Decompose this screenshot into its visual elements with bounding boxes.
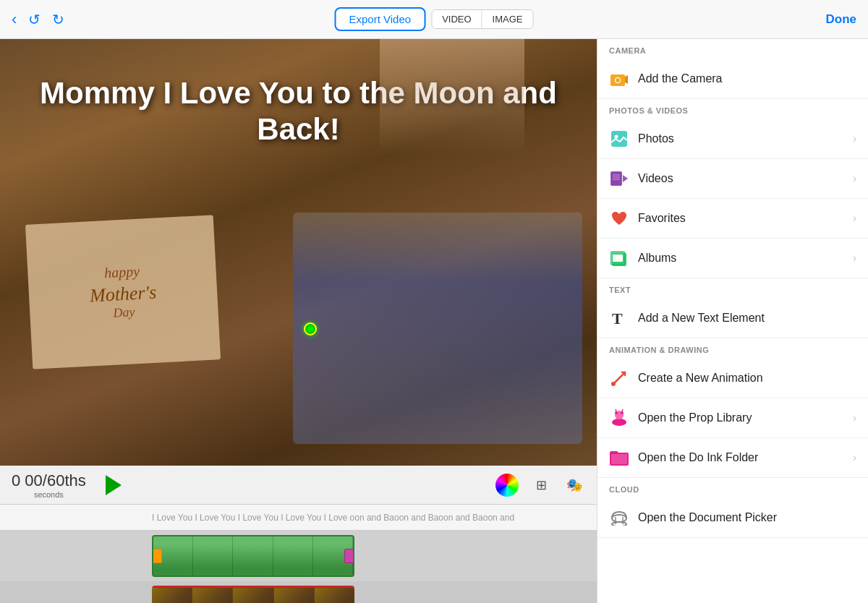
card-text-day: Day bbox=[113, 304, 135, 321]
sidebar-item-add-camera[interactable]: Add the Camera bbox=[597, 59, 868, 98]
sidebar-section-animation-drawing: ANIMATION & DRAWINGCreate a New Animatio… bbox=[597, 338, 868, 478]
sidebar-section-camera: CAMERAAdd the Camera bbox=[597, 39, 868, 99]
photo-frame-1 bbox=[152, 588, 192, 603]
videos-icon bbox=[609, 168, 629, 189]
photo-strip[interactable] bbox=[152, 586, 354, 603]
svg-marker-3 bbox=[625, 75, 628, 84]
track-frame-2 bbox=[193, 536, 233, 576]
video-segment-button[interactable]: VIDEO bbox=[432, 10, 482, 28]
segment-control: VIDEO IMAGE bbox=[431, 9, 533, 29]
section-header-cloud: CLOUD bbox=[597, 478, 868, 498]
svg-text:T: T bbox=[612, 309, 623, 327]
header-right: Done bbox=[826, 12, 857, 27]
mask-button[interactable]: 🎭 bbox=[563, 474, 585, 496]
prop-library-chevron-icon: › bbox=[853, 411, 856, 424]
back-button[interactable]: ‹ bbox=[12, 10, 17, 29]
sidebar-item-photos[interactable]: Photos› bbox=[597, 119, 868, 159]
sidebar-item-doink-folder[interactable]: Open the Do Ink Folder› bbox=[597, 438, 868, 477]
favorites-label: Favorites bbox=[638, 212, 844, 225]
svg-point-2 bbox=[616, 78, 620, 82]
video-strip[interactable] bbox=[152, 535, 354, 577]
svg-point-22 bbox=[615, 411, 618, 414]
doink-folder-label: Open the Do Ink Folder bbox=[638, 451, 844, 464]
videos-label: Videos bbox=[638, 172, 844, 185]
done-button[interactable]: Done bbox=[826, 12, 857, 27]
photo-frame-2 bbox=[192, 588, 233, 603]
play-triangle-icon bbox=[106, 475, 122, 495]
photo-track[interactable] bbox=[0, 581, 597, 603]
photo-frame-3 bbox=[233, 588, 273, 603]
sidebar-item-create-animation[interactable]: Create a New Animation bbox=[597, 359, 868, 398]
person-overlay bbox=[293, 213, 582, 444]
video-track[interactable] bbox=[0, 531, 597, 581]
sidebar-item-add-text[interactable]: TAdd a New Text Element bbox=[597, 299, 868, 338]
albums-label: Albums bbox=[638, 252, 844, 265]
add-text-label: Add a New Text Element bbox=[638, 312, 856, 325]
time-main: 0 00/60ths bbox=[12, 471, 86, 490]
document-picker-icon bbox=[609, 508, 629, 528]
svg-rect-7 bbox=[611, 172, 621, 185]
svg-rect-14 bbox=[613, 255, 623, 262]
svg-point-23 bbox=[621, 411, 624, 414]
redo-button[interactable]: ↻ bbox=[52, 11, 64, 28]
sidebar-item-albums[interactable]: Albums› bbox=[597, 239, 868, 278]
photos-chevron-icon: › bbox=[853, 132, 856, 145]
track-handle-right[interactable] bbox=[344, 549, 354, 563]
sidebar-section-text: TEXTTAdd a New Text Element bbox=[597, 278, 868, 338]
sidebar-item-favorites[interactable]: Favorites› bbox=[597, 199, 868, 239]
video-preview[interactable]: Mommy I Love You to the Moon and Back! h… bbox=[0, 39, 597, 466]
photos-label: Photos bbox=[638, 132, 844, 145]
time-display: 0 00/60ths seconds bbox=[12, 471, 86, 499]
card-text-happy: happy bbox=[104, 263, 140, 282]
undo-button[interactable]: ↺ bbox=[28, 11, 41, 28]
header-center: Export Video VIDEO IMAGE bbox=[335, 7, 534, 31]
sidebar-item-prop-library[interactable]: Open the Prop Library› bbox=[597, 398, 868, 438]
svg-marker-11 bbox=[623, 175, 628, 182]
svg-point-19 bbox=[611, 382, 616, 386]
image-segment-button[interactable]: IMAGE bbox=[482, 10, 533, 28]
photo-frame-4 bbox=[274, 588, 315, 603]
svg-point-5 bbox=[615, 135, 618, 139]
svg-line-25 bbox=[622, 409, 623, 411]
preview-scene: Mommy I Love You to the Moon and Back! h… bbox=[0, 39, 597, 466]
create-animation-label: Create a New Animation bbox=[638, 372, 856, 385]
section-header-text: TEXT bbox=[597, 278, 868, 299]
text-track[interactable]: I Love You I Love You I Love You I Love … bbox=[0, 505, 597, 531]
editor-panel: Mommy I Love You to the Moon and Back! h… bbox=[0, 39, 597, 603]
sidebar: CAMERAAdd the CameraPHOTOS & VIDEOSPhoto… bbox=[597, 39, 868, 603]
export-video-button[interactable]: Export Video bbox=[335, 7, 426, 31]
albums-chevron-icon: › bbox=[853, 252, 856, 265]
section-header-animation-drawing: ANIMATION & DRAWING bbox=[597, 338, 868, 359]
svg-line-24 bbox=[616, 409, 616, 411]
svg-point-27 bbox=[612, 515, 626, 522]
track-handle-left[interactable] bbox=[152, 549, 162, 563]
doink-folder-icon bbox=[609, 448, 629, 468]
svg-point-30 bbox=[612, 522, 626, 526]
text-track-content: I Love You I Love You I Love You I Love … bbox=[152, 513, 514, 523]
prop-library-icon bbox=[609, 408, 629, 428]
sidebar-item-document-picker[interactable]: Open the Document Picker bbox=[597, 498, 868, 537]
add-text-icon: T bbox=[609, 308, 629, 328]
create-animation-icon bbox=[609, 368, 629, 388]
main-content: Mommy I Love You to the Moon and Back! h… bbox=[0, 39, 868, 603]
sidebar-section-photos-videos: PHOTOS & VIDEOSPhotos›Videos›Favorites›A… bbox=[597, 99, 868, 278]
play-button[interactable] bbox=[101, 472, 127, 498]
color-wheel-button[interactable] bbox=[495, 474, 519, 497]
greeting-card: happy Mother's Day bbox=[25, 215, 221, 369]
hand-marker-overlay bbox=[380, 39, 524, 155]
green-dot-indicator bbox=[304, 322, 317, 335]
videos-chevron-icon: › bbox=[853, 172, 856, 185]
sidebar-item-videos[interactable]: Videos› bbox=[597, 159, 868, 199]
header: ‹ ↺ ↻ Export Video VIDEO IMAGE Done bbox=[0, 0, 868, 39]
photos-icon bbox=[609, 129, 629, 149]
favorites-icon bbox=[609, 208, 629, 228]
favorites-chevron-icon: › bbox=[853, 212, 856, 225]
section-header-photos-videos: PHOTOS & VIDEOS bbox=[597, 99, 868, 119]
add-camera-icon bbox=[609, 69, 629, 89]
add-camera-label: Add the Camera bbox=[638, 72, 856, 85]
svg-line-16 bbox=[613, 372, 625, 384]
section-header-camera: CAMERA bbox=[597, 39, 868, 59]
card-text-mothers: Mother's bbox=[89, 282, 157, 307]
time-sub: seconds bbox=[12, 490, 86, 499]
add-track-button[interactable]: ⊞ bbox=[530, 474, 552, 496]
